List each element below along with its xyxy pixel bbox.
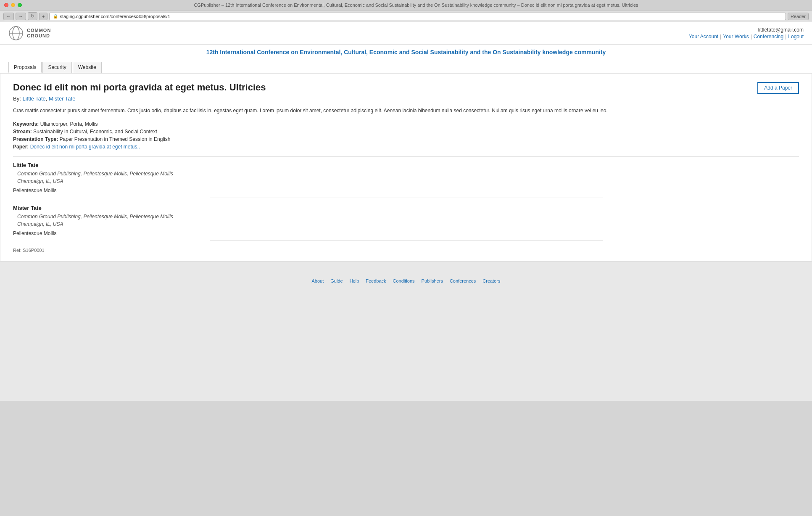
tab-website[interactable]: Website [73, 62, 102, 73]
conferencing-link[interactable]: Conferencing [754, 34, 783, 40]
user-nav: littletate@gmail.com Your Account | Your… [689, 27, 804, 40]
stream-row: Stream: Sustainability in Cultural, Econ… [13, 129, 799, 135]
keywords-row: Keywords: Ullamcorper, Porta, Mollis [13, 121, 799, 127]
keywords-label: Keywords: [13, 121, 39, 127]
footer-conferences-link[interactable]: Conferences [450, 278, 476, 283]
new-tab-button[interactable]: + [39, 13, 47, 20]
author-2-name: Mister Tate [13, 205, 799, 211]
author-1-affiliation-line1: Common Ground Publishing, Pellentesque M… [17, 170, 799, 177]
logout-link[interactable]: Logout [788, 34, 804, 40]
meta-section: Keywords: Ullamcorper, Porta, Mollis Str… [13, 121, 799, 150]
by-label: By: [13, 95, 21, 102]
presentation-type-value: Paper Presentation in Themed Session in … [59, 136, 170, 142]
proposal-authors: By: Little Tate, Mister Tate [13, 95, 799, 102]
keywords-value: Ullamcorper, Porta, Mollis [40, 121, 98, 127]
add-paper-button[interactable]: Add a Paper [757, 82, 799, 94]
url-text: staging.cgpublisher.com/conferences/308/… [60, 14, 170, 19]
main-content: Add a Paper Donec id elit non mi porta g… [0, 74, 812, 261]
back-button[interactable]: ← [3, 13, 14, 20]
logo-text: COMMON GROUND [27, 28, 51, 39]
conference-bar: 12th International Conference on Environ… [0, 45, 812, 60]
proposal-title: Donec id elit non mi porta gravida at eg… [13, 82, 799, 93]
logo-area: COMMON GROUND [8, 26, 51, 41]
author-1-divider [210, 198, 603, 198]
footer-publishers-link[interactable]: Publishers [422, 278, 443, 283]
footer-about-link[interactable]: About [312, 278, 324, 283]
site-header: COMMON GROUND littletate@gmail.com Your … [0, 22, 812, 45]
maximize-dot[interactable] [18, 3, 22, 7]
footer-feedback-link[interactable]: Feedback [366, 278, 386, 283]
browser-chrome: CGPublisher – 12th International Confere… [0, 0, 812, 22]
footer-help-link[interactable]: Help [350, 278, 359, 283]
user-email: littletate@gmail.com [689, 27, 804, 33]
author-link-2[interactable]: Mister Tate [49, 95, 75, 102]
reload-button[interactable]: ↻ [28, 12, 37, 20]
stream-value: Sustainability in Cultural, Economic, an… [33, 129, 157, 135]
logo-icon [8, 26, 24, 41]
your-works-link[interactable]: Your Works [723, 34, 749, 40]
abstract-text: Cras mattis consectetur purus sit amet f… [13, 107, 799, 114]
nav-sep-2: | [751, 34, 752, 40]
main-divider [13, 156, 799, 157]
author-1-bio: Pellentesque Mollis [13, 188, 799, 193]
tab-security[interactable]: Security [42, 62, 71, 73]
author-2-bio: Pellentesque Mollis [13, 230, 799, 236]
stream-label: Stream: [13, 129, 32, 135]
author-2-affiliation-line1: Common Ground Publishing, Pellentesque M… [17, 213, 799, 220]
footer-conditions-link[interactable]: Conditions [393, 278, 415, 283]
presentation-type-row: Presentation Type: Paper Presentation in… [13, 136, 799, 142]
paper-label: Paper: [13, 144, 29, 150]
content-card: Add a Paper Donec id elit non mi porta g… [0, 73, 812, 262]
browser-title: CGPublisher – 12th International Confere… [24, 3, 808, 8]
footer-creators-link[interactable]: Creators [482, 278, 500, 283]
author-2-affiliation: Common Ground Publishing, Pellentesque M… [17, 213, 799, 228]
reader-button[interactable]: Reader [788, 13, 809, 20]
paper-row: Paper: Donec id elit non mi porta gravid… [13, 144, 799, 150]
tabs-bar: Proposals Security Website [0, 60, 812, 73]
tab-proposals[interactable]: Proposals [8, 62, 42, 73]
url-bar[interactable]: 🔒 staging.cgpublisher.com/conferences/30… [49, 13, 786, 20]
author-link-1[interactable]: Little Tate [22, 95, 45, 102]
nav-sep-3: | [785, 34, 786, 40]
nav-sep-1: | [720, 34, 721, 40]
presentation-type-label: Presentation Type: [13, 136, 58, 142]
author-section-2: Mister Tate Common Ground Publishing, Pe… [13, 205, 799, 241]
author-1-affiliation: Common Ground Publishing, Pellentesque M… [17, 170, 799, 185]
lock-icon: 🔒 [53, 14, 58, 19]
forward-button[interactable]: → [16, 13, 26, 20]
author-2-divider [210, 241, 603, 241]
close-dot[interactable] [4, 3, 8, 7]
ref-line: Ref: S16P0001 [13, 248, 799, 253]
browser-titlebar: CGPublisher – 12th International Confere… [0, 0, 812, 11]
minimize-dot[interactable] [11, 3, 15, 7]
conference-title: 12th International Conference on Environ… [206, 49, 606, 56]
author-1-affiliation-line2: Champaign, IL, USA [17, 177, 799, 185]
footer-guide-link[interactable]: Guide [330, 278, 343, 283]
site-footer: About Guide Help Feedback Conditions Pub… [0, 262, 812, 292]
author-section-1: Little Tate Common Ground Publishing, Pe… [13, 162, 799, 198]
browser-toolbar: ← → ↻ + 🔒 staging.cgpublisher.com/confer… [0, 11, 812, 22]
user-nav-links: Your Account | Your Works | Conferencing… [689, 34, 804, 40]
author-1-name: Little Tate [13, 162, 799, 168]
paper-link[interactable]: Donec id elit non mi porta gravida at eg… [30, 144, 140, 150]
footer-links: About Guide Help Feedback Conditions Pub… [8, 278, 804, 283]
author-2-affiliation-line2: Champaign, IL, USA [17, 220, 799, 228]
your-account-link[interactable]: Your Account [689, 34, 718, 40]
page-wrapper: COMMON GROUND littletate@gmail.com Your … [0, 22, 812, 401]
